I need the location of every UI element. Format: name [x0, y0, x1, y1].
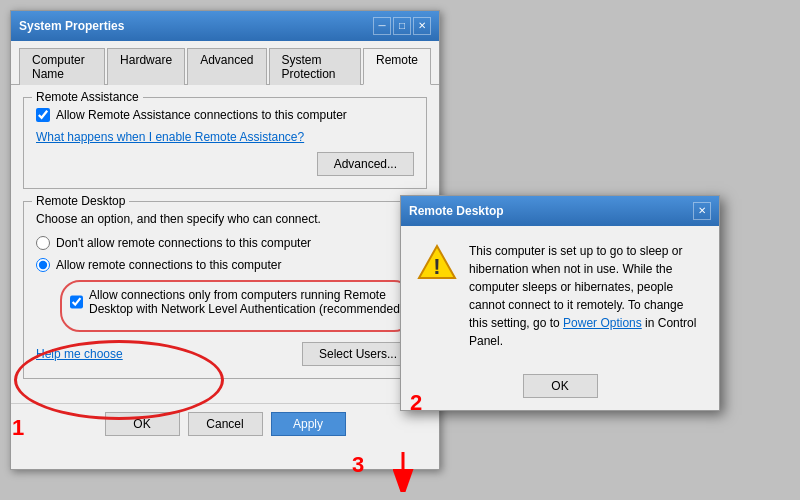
- bottom-buttons: OK Cancel Apply: [11, 403, 439, 444]
- allow-radio[interactable]: [36, 258, 50, 272]
- sub-checkbox-container: Allow connections only from computers ru…: [60, 280, 414, 332]
- advanced-btn-row: Advanced...: [36, 152, 414, 176]
- system-properties-window: System Properties ─ □ ✕ Computer Name Ha…: [10, 10, 440, 470]
- remote-assistance-group: Remote Assistance Allow Remote Assistanc…: [23, 97, 427, 189]
- allow-row: Allow remote connections to this compute…: [36, 258, 414, 272]
- remote-desktop-dialog: Remote Desktop ✕ ! This computer is set …: [400, 195, 720, 411]
- dont-allow-label: Don't allow remote connections to this c…: [56, 236, 311, 250]
- maximize-icon: □: [399, 21, 405, 31]
- remote-desktop-description: Choose an option, and then specify who c…: [36, 212, 414, 226]
- tab-advanced[interactable]: Advanced: [187, 48, 266, 85]
- dialog-text-container: This computer is set up to go to sleep o…: [469, 242, 703, 350]
- remote-desktop-label: Remote Desktop: [32, 194, 129, 208]
- ok-button[interactable]: OK: [105, 412, 180, 436]
- dialog-close-button[interactable]: ✕: [693, 202, 711, 220]
- system-properties-title: System Properties: [19, 19, 124, 33]
- remote-assistance-label: Remote Assistance: [32, 90, 143, 104]
- dialog-content: ! This computer is set up to go to sleep…: [401, 226, 719, 366]
- tabs-container: Computer Name Hardware Advanced System P…: [11, 41, 439, 85]
- title-bar-buttons: ─ □ ✕: [373, 17, 431, 35]
- close-icon: ✕: [418, 21, 426, 31]
- cancel-button[interactable]: Cancel: [188, 412, 263, 436]
- tab-remote[interactable]: Remote: [363, 48, 431, 85]
- remote-assistance-checkbox-label: Allow Remote Assistance connections to t…: [56, 108, 347, 122]
- minimize-button[interactable]: ─: [373, 17, 391, 35]
- dont-allow-radio[interactable]: [36, 236, 50, 250]
- remote-desktop-group: Remote Desktop Choose an option, and the…: [23, 201, 427, 379]
- dont-allow-row: Don't allow remote connections to this c…: [36, 236, 414, 250]
- advanced-button[interactable]: Advanced...: [317, 152, 414, 176]
- remote-assistance-checkbox-row: Allow Remote Assistance connections to t…: [36, 108, 414, 122]
- maximize-button[interactable]: □: [393, 17, 411, 35]
- svg-text:!: !: [433, 254, 440, 279]
- dialog-ok-button[interactable]: OK: [523, 374, 598, 398]
- apply-button[interactable]: Apply: [271, 412, 346, 436]
- tab-system-protection[interactable]: System Protection: [269, 48, 361, 85]
- nla-checkbox-row: Allow connections only from computers ru…: [70, 288, 404, 316]
- warning-icon-container: !: [417, 242, 457, 285]
- tab-computer-name[interactable]: Computer Name: [19, 48, 105, 85]
- power-options-link[interactable]: Power Options: [563, 316, 642, 330]
- dialog-buttons: OK: [401, 366, 719, 410]
- select-users-button[interactable]: Select Users...: [302, 342, 414, 366]
- remote-assistance-link[interactable]: What happens when I enable Remote Assist…: [36, 130, 304, 144]
- nla-checkbox[interactable]: [70, 295, 83, 309]
- warning-icon: !: [417, 242, 457, 282]
- content-area: Remote Assistance Allow Remote Assistanc…: [11, 85, 439, 403]
- help-me-choose-link[interactable]: Help me choose: [36, 347, 123, 361]
- allow-label: Allow remote connections to this compute…: [56, 258, 281, 272]
- system-properties-title-bar: System Properties ─ □ ✕: [11, 11, 439, 41]
- minimize-icon: ─: [378, 21, 385, 31]
- dialog-close-icon: ✕: [698, 206, 706, 216]
- dialog-title-buttons: ✕: [693, 202, 711, 220]
- remote-assistance-checkbox[interactable]: [36, 108, 50, 122]
- tab-hardware[interactable]: Hardware: [107, 48, 185, 85]
- nla-label: Allow connections only from computers ru…: [89, 288, 404, 316]
- dialog-title-bar: Remote Desktop ✕: [401, 196, 719, 226]
- dialog-title: Remote Desktop: [409, 204, 504, 218]
- close-button[interactable]: ✕: [413, 17, 431, 35]
